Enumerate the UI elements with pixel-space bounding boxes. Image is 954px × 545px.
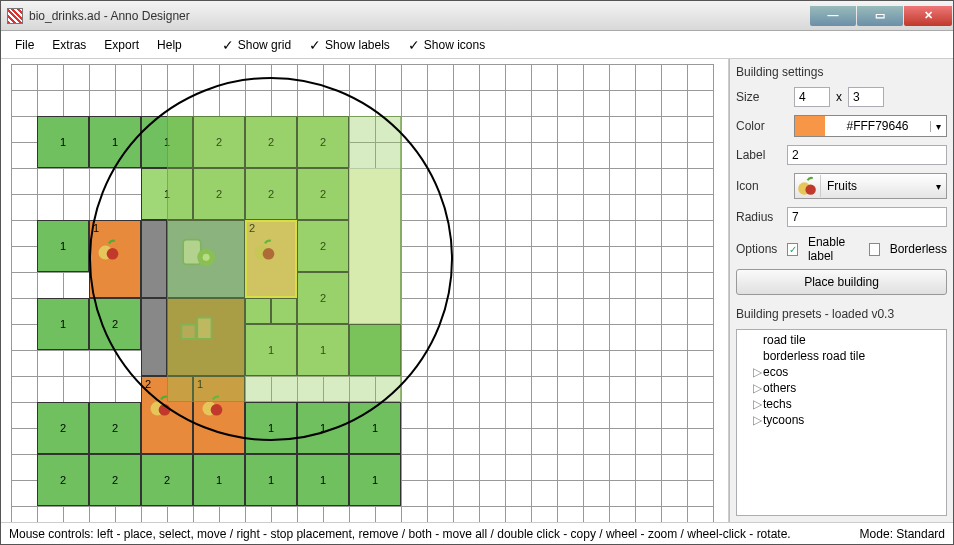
preset-group[interactable]: ▷techs bbox=[753, 396, 944, 412]
color-hex: #FFF79646 bbox=[825, 119, 930, 133]
presets-title: Building presets - loaded v0.3 bbox=[736, 307, 947, 321]
building-block[interactable]: 2 bbox=[37, 454, 89, 506]
status-mode: Mode: Standard bbox=[860, 527, 945, 541]
title-bar: bio_drinks.ad - Anno Designer — ▭ ✕ bbox=[1, 1, 953, 31]
building-block[interactable]: 2 bbox=[89, 298, 141, 350]
enable-label-text: Enable label bbox=[808, 235, 859, 263]
svg-point-10 bbox=[159, 404, 171, 416]
status-bar: Mouse controls: left - place, select, mo… bbox=[1, 522, 953, 544]
toggle-show-labels[interactable]: ✓Show labels bbox=[301, 37, 398, 53]
building-block[interactable]: 1 bbox=[37, 298, 89, 350]
building-block[interactable]: 1 bbox=[297, 454, 349, 506]
app-icon bbox=[7, 8, 23, 24]
settings-title: Building settings bbox=[736, 65, 947, 79]
options-label: Options bbox=[736, 242, 777, 256]
toggle-label: Show icons bbox=[424, 38, 485, 52]
presets-tree[interactable]: road tileborderless road tile▷ecos▷other… bbox=[736, 329, 947, 516]
size-width-input[interactable] bbox=[794, 87, 830, 107]
icon-value: Fruits bbox=[821, 179, 930, 193]
size-height-input[interactable] bbox=[848, 87, 884, 107]
chevron-down-icon: ▾ bbox=[930, 121, 946, 132]
maximize-button[interactable]: ▭ bbox=[857, 6, 903, 26]
building-block[interactable]: 1 bbox=[245, 402, 297, 454]
chevron-down-icon: ▾ bbox=[930, 181, 946, 192]
building-block[interactable]: 1 bbox=[37, 220, 89, 272]
building-block[interactable]: 2 bbox=[37, 402, 89, 454]
fruits-icon bbox=[95, 229, 135, 290]
menu-extras[interactable]: Extras bbox=[44, 35, 94, 55]
radius-input[interactable] bbox=[787, 207, 947, 227]
size-sep: x bbox=[836, 90, 842, 104]
building-block[interactable]: 1 bbox=[349, 402, 401, 454]
size-label: Size bbox=[736, 90, 788, 104]
building-block[interactable]: 1 bbox=[89, 116, 141, 168]
place-building-button[interactable]: Place building bbox=[736, 269, 947, 295]
building-block[interactable]: 1 bbox=[297, 402, 349, 454]
svg-point-12 bbox=[211, 404, 223, 416]
menu-help[interactable]: Help bbox=[149, 35, 190, 55]
borderless-text: Borderless bbox=[890, 242, 947, 256]
close-button[interactable]: ✕ bbox=[904, 6, 952, 26]
building-block[interactable]: 1 bbox=[37, 116, 89, 168]
building-block[interactable]: 2 bbox=[89, 454, 141, 506]
placement-ghost bbox=[167, 116, 401, 402]
building-block[interactable] bbox=[141, 220, 167, 298]
label-label: Label bbox=[736, 148, 781, 162]
svg-point-14 bbox=[805, 184, 815, 194]
preset-item[interactable]: road tile bbox=[753, 332, 944, 348]
side-panel: Building settings Size x Color #FFF79646… bbox=[729, 59, 953, 522]
menu-export[interactable]: Export bbox=[96, 35, 147, 55]
building-block[interactable]: 1 bbox=[245, 454, 297, 506]
radius-label: Radius bbox=[736, 210, 781, 224]
icon-picker[interactable]: Fruits ▾ bbox=[794, 173, 947, 199]
toggle-label: Show grid bbox=[238, 38, 291, 52]
building-block[interactable] bbox=[141, 298, 167, 376]
building-block[interactable]: 1 bbox=[349, 454, 401, 506]
minimize-button[interactable]: — bbox=[810, 6, 856, 26]
preset-group[interactable]: ▷tycoons bbox=[753, 412, 944, 428]
window-title: bio_drinks.ad - Anno Designer bbox=[29, 9, 810, 23]
svg-point-1 bbox=[107, 248, 119, 260]
building-block[interactable]: 1 bbox=[89, 220, 141, 298]
borderless-checkbox[interactable] bbox=[869, 243, 880, 256]
menu-bar: File Extras Export Help ✓Show grid ✓Show… bbox=[1, 31, 953, 59]
building-block[interactable]: 2 bbox=[141, 454, 193, 506]
menu-file[interactable]: File bbox=[7, 35, 42, 55]
design-canvas[interactable]: 1112221222211221212121221112221111 bbox=[1, 59, 729, 522]
toggle-show-icons[interactable]: ✓Show icons bbox=[400, 37, 493, 53]
preset-group[interactable]: ▷others bbox=[753, 380, 944, 396]
preset-group[interactable]: ▷ecos bbox=[753, 364, 944, 380]
label-input[interactable] bbox=[787, 145, 947, 165]
preset-item[interactable]: borderless road tile bbox=[753, 348, 944, 364]
enable-label-checkbox[interactable]: ✓ bbox=[787, 243, 798, 256]
color-label: Color bbox=[736, 119, 788, 133]
icon-label: Icon bbox=[736, 179, 788, 193]
building-block[interactable]: 1 bbox=[193, 454, 245, 506]
toggle-label: Show labels bbox=[325, 38, 390, 52]
fruits-icon bbox=[795, 175, 821, 197]
toggle-show-grid[interactable]: ✓Show grid bbox=[214, 37, 299, 53]
building-block[interactable]: 2 bbox=[89, 402, 141, 454]
color-picker[interactable]: #FFF79646 ▾ bbox=[794, 115, 947, 137]
status-mouse: Mouse controls: left - place, select, mo… bbox=[9, 527, 840, 541]
